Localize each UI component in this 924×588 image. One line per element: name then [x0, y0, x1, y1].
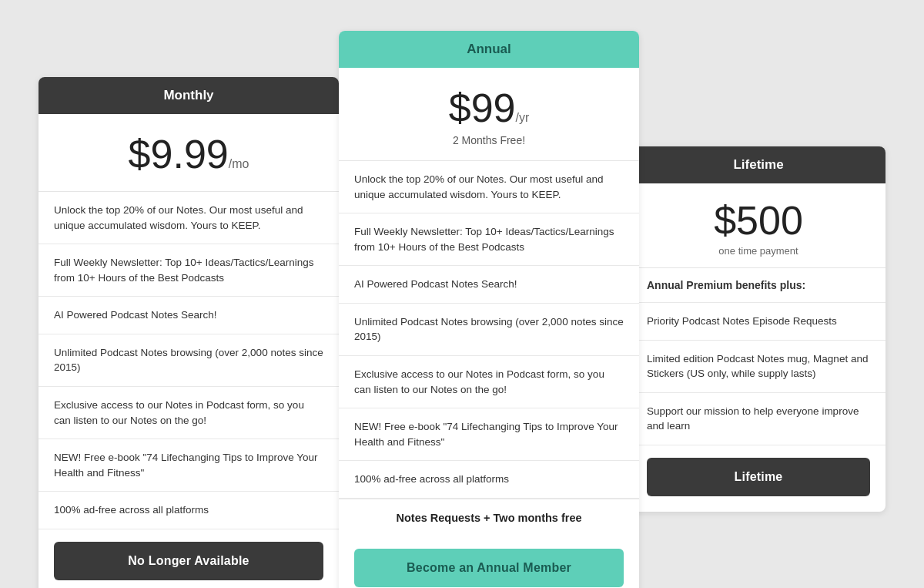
lifetime-header: Lifetime [631, 146, 886, 183]
annual-cta-button[interactable]: Become an Annual Member [354, 549, 624, 587]
monthly-cta-button[interactable]: No Longer Available [54, 542, 323, 580]
monthly-price-amount: $9.99/mo [129, 157, 249, 170]
pricing-container: Monthly $9.99/mo Unlock the top 20% of o… [0, 0, 924, 588]
annual-notes-request: Notes Requests + Two months free [339, 499, 639, 536]
lifetime-card: Lifetime $500 one time payment Annual Pr… [631, 146, 886, 512]
monthly-header: Monthly [38, 77, 339, 114]
annual-feature-6: NEW! Free e-book "74 Lifechanging Tips t… [339, 408, 639, 461]
lifetime-price-section: $500 one time payment [631, 183, 886, 268]
lifetime-cta-section: Lifetime [631, 445, 886, 512]
monthly-feature-6: NEW! Free e-book "74 Lifechanging Tips t… [38, 439, 339, 492]
lifetime-feature-2: Limited edition Podcast Notes mug, Magne… [631, 341, 886, 393]
annual-feature-3: AI Powered Podcast Notes Search! [339, 266, 639, 304]
lifetime-feature-1: Priority Podcast Notes Episode Requests [631, 303, 886, 341]
monthly-feature-3: AI Powered Podcast Notes Search! [38, 297, 339, 334]
monthly-feature-7: 100% ad-free across all platforms [38, 492, 339, 529]
lifetime-cta-button[interactable]: Lifetime [647, 458, 870, 496]
lifetime-feature-3: Support our mission to help everyone imp… [631, 393, 886, 445]
annual-price-section: $99/yr 2 Months Free! [339, 68, 639, 161]
monthly-price-section: $9.99/mo [38, 114, 339, 192]
monthly-feature-2: Full Weekly Newsletter: Top 10+ Ideas/Ta… [38, 244, 339, 297]
annual-price-display: $99/yr [449, 111, 530, 124]
annual-cta-section: Become an Annual Member [339, 536, 639, 588]
annual-feature-2: Full Weekly Newsletter: Top 10+ Ideas/Ta… [339, 213, 639, 266]
monthly-title: Monthly [163, 88, 213, 102]
lifetime-price-amount: $500 [647, 197, 870, 244]
monthly-card: Monthly $9.99/mo Unlock the top 20% of o… [38, 77, 339, 588]
monthly-feature-5: Exclusive access to our Notes in Podcast… [38, 387, 339, 439]
annual-feature-1: Unlock the top 20% of our Notes. Our mos… [339, 161, 639, 213]
annual-price-note: 2 Months Free! [354, 134, 624, 146]
monthly-cta-section: No Longer Available [38, 529, 339, 588]
annual-header: Annual [339, 31, 639, 68]
lifetime-price-note: one time payment [647, 245, 870, 257]
annual-title: Annual [467, 42, 511, 56]
annual-feature-4: Unlimited Podcast Notes browsing (over 2… [339, 304, 639, 356]
monthly-feature-1: Unlock the top 20% of our Notes. Our mos… [38, 192, 339, 244]
annual-feature-7: 100% ad-free across all platforms [339, 461, 639, 499]
annual-feature-5: Exclusive access to our Notes in Podcast… [339, 356, 639, 408]
annual-card: Annual $99/yr 2 Months Free! Unlock the … [339, 31, 639, 588]
lifetime-benefits-header: Annual Premium benefits plus: [631, 268, 886, 303]
monthly-feature-4: Unlimited Podcast Notes browsing (over 2… [38, 334, 339, 387]
lifetime-title: Lifetime [733, 157, 783, 172]
